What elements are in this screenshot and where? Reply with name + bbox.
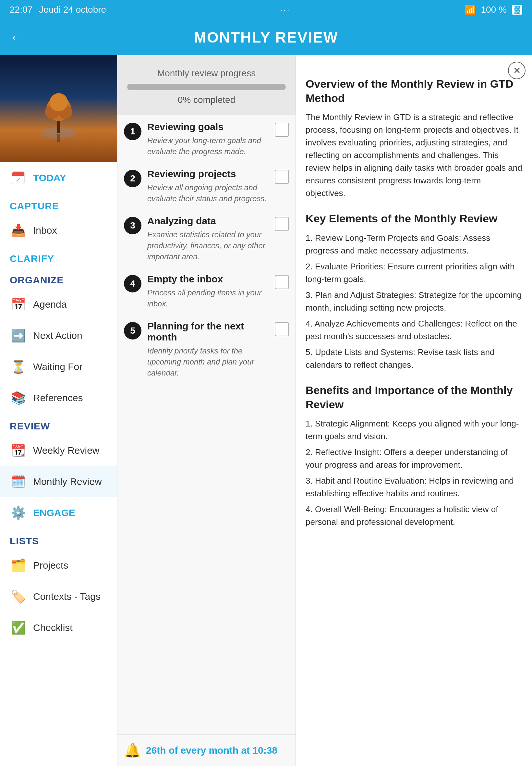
task-number-2: 2 [124,170,141,187]
right-list-item-2-1: 1. Review Long-Term Projects and Goals: … [306,232,522,257]
sidebar-item-checklist[interactable]: ✅ Checklist [0,612,117,643]
task-title-5: Planning for the next month [147,321,269,343]
task-item-5: 5 Planning for the next month Identify p… [124,321,289,378]
projects-icon: 🗂️ [10,557,27,574]
sidebar-item-weekly-review[interactable]: 📆 Weekly Review [0,435,117,466]
checklist-label: Checklist [33,622,73,633]
time-display: 22:07 [10,5,32,15]
right-section-2-title: Key Elements of the Monthly Review [306,211,522,225]
progress-label: Monthly review progress [127,68,286,79]
task-checkbox-1[interactable] [275,123,289,137]
today-label: TODAY [33,172,66,183]
battery-icon: ▓ [512,5,522,15]
tree-illustration [39,91,78,143]
sidebar-item-inbox[interactable]: 📥 Inbox [0,215,117,246]
task-title-4: Empty the inbox [147,273,269,285]
engage-icon: ⚙️ [10,505,27,521]
svg-rect-6 [57,134,60,142]
references-icon: 📚 [10,390,27,407]
bell-icon: 🔔 [124,742,141,758]
waiting-for-label: Waiting For [33,361,82,372]
inbox-icon: 📥 [10,222,27,239]
sidebar-item-projects[interactable]: 🗂️ Projects [0,550,117,581]
close-button[interactable]: ✕ [508,62,526,79]
middle-panel: Monthly review progress 0% completed 1 R… [117,55,296,766]
status-bar: 22:07 Jeudi 24 octobre ··· 📶 100 % ▓ [0,0,532,19]
right-list-item-3-2: 2. Reflective Insight: Offers a deeper u… [306,446,522,471]
right-section-2-list: 1. Review Long-Term Projects and Goals: … [306,232,522,371]
progress-percentage: 0% completed [127,95,286,105]
right-list-item-3-3: 3. Habit and Routine Evaluation: Helps i… [306,475,522,500]
sidebar-item-today[interactable]: ✓ TODAY [0,162,117,193]
sidebar: ✓ TODAY CAPTURE 📥 Inbox CLARIFY ORGANIZE… [0,55,117,766]
checklist-icon: ✅ [10,619,27,636]
right-list-item-3-1: 1. Strategic Alignment: Keeps you aligne… [306,418,522,443]
contexts-tags-icon: 🏷️ [10,588,27,605]
monthly-review-icon: 🗓️ [10,473,27,490]
engage-label: ENGAGE [33,507,75,518]
task-title-2: Reviewing projects [147,168,269,179]
status-dots: ··· [280,5,290,14]
next-action-label: Next Action [33,330,82,341]
progress-section: Monthly review progress 0% completed [117,55,296,115]
agenda-icon: 📅 [10,296,27,313]
status-bar-left: 22:07 Jeudi 24 octobre [10,5,106,15]
right-list-item-3-4: 4. Overall Well-Being: Encourages a holi… [306,503,522,529]
next-action-icon: ➡️ [10,327,27,344]
battery-display: 100 % [481,5,507,15]
right-section-3-list: 1. Strategic Alignment: Keeps you aligne… [306,418,522,529]
sidebar-item-monthly-review[interactable]: 🗓️ Monthly Review [0,466,117,497]
task-checkbox-2[interactable] [275,170,289,184]
organize-header: ORGANIZE [0,267,117,289]
today-icon: ✓ [10,169,27,186]
sidebar-item-waiting-for[interactable]: ⏳ Waiting For [0,351,117,382]
task-number-1: 1 [124,123,141,140]
task-desc-2: Review all ongoing projects and evaluate… [147,182,269,204]
svg-point-5 [50,93,68,111]
task-content-5: Planning for the next month Identify pri… [147,321,269,378]
right-section-3-title: Benefits and Importance of the Monthly R… [306,383,522,412]
task-checkbox-5[interactable] [275,322,289,336]
right-list-item-2-5: 5. Update Lists and Systems: Revise task… [306,346,522,371]
right-section-1-body: The Monthly Review in GTD is a strategic… [306,111,522,200]
task-checkbox-4[interactable] [275,275,289,289]
back-button[interactable]: ← [10,29,24,45]
projects-label: Projects [33,560,68,571]
task-desc-3: Examine statistics related to your produ… [147,229,269,262]
task-title-3: Analyzing data [147,215,269,226]
sidebar-item-contexts-tags[interactable]: 🏷️ Contexts - Tags [0,581,117,612]
notification-text: 26th of every month at 10:38 [146,745,277,756]
agenda-label: Agenda [33,299,67,310]
task-desc-4: Process all pending items in your inbox. [147,287,269,309]
inbox-label: Inbox [33,225,57,236]
task-content-2: Reviewing projects Review all ongoing pr… [147,168,269,204]
task-checkbox-3[interactable] [275,217,289,231]
task-content-1: Reviewing goals Review your long-term go… [147,121,269,157]
task-desc-5: Identify priority tasks for the upcoming… [147,345,269,378]
status-bar-right: 📶 100 % ▓ [465,5,522,15]
task-content-4: Empty the inbox Process all pending item… [147,273,269,309]
weekly-review-label: Weekly Review [33,445,100,456]
sidebar-item-next-action[interactable]: ➡️ Next Action [0,320,117,351]
tasks-list: 1 Reviewing goals Review your long-term … [117,115,296,734]
monthly-review-label: Monthly Review [33,476,102,487]
right-section-1-title: Overview of the Monthly Review in GTD Me… [306,77,522,105]
task-title-1: Reviewing goals [147,121,269,132]
sidebar-item-agenda[interactable]: 📅 Agenda [0,289,117,320]
notification-bar: 🔔 26th of every month at 10:38 [117,734,296,766]
weekly-review-icon: 📆 [10,442,27,459]
task-item-1: 1 Reviewing goals Review your long-term … [124,121,289,157]
page-title: MONTHLY REVIEW [194,29,338,46]
task-desc-1: Review your long-term goals and evaluate… [147,135,269,157]
references-label: References [33,393,83,404]
task-number-4: 4 [124,275,141,292]
waiting-for-icon: ⏳ [10,358,27,375]
task-number-5: 5 [124,322,141,339]
right-panel: ✕ Overview of the Monthly Review in GTD … [296,55,532,766]
sidebar-item-references[interactable]: 📚 References [0,382,117,414]
wifi-icon: 📶 [465,5,476,15]
review-header: REVIEW [0,414,117,435]
task-content-3: Analyzing data Examine statistics relate… [147,215,269,262]
progress-bar-background [127,84,286,90]
sidebar-item-engage[interactable]: ⚙️ ENGAGE [0,497,117,529]
